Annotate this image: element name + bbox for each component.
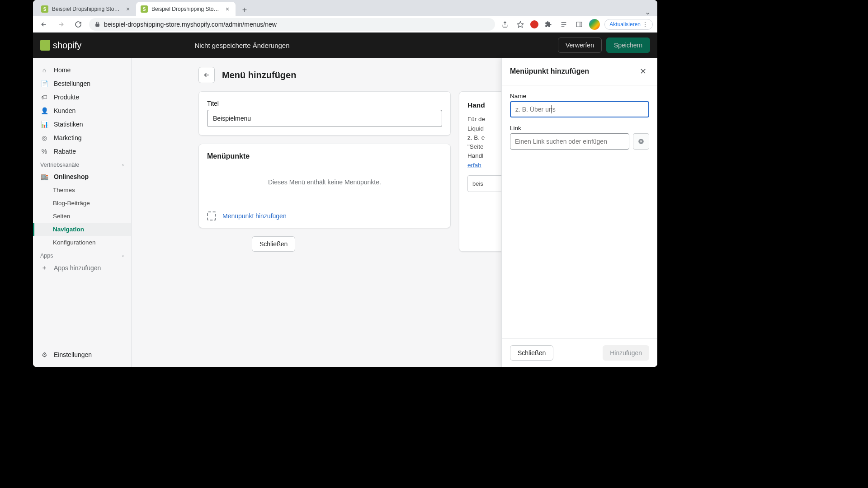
panel-close-footer-button[interactable]: Schließen [510,345,553,361]
browser-tabbar: S Beispiel Dropshipping Store · D × S Be… [33,0,657,16]
nav-navigation[interactable]: Navigation [33,223,131,236]
menupoints-card: Menüpunkte Dieses Menü enthält keine Men… [198,144,451,228]
lock-icon [94,21,100,27]
close-tab-icon[interactable]: × [124,5,132,13]
menupoints-heading: Menüpunkte [199,144,450,160]
page-close-button[interactable]: Schließen [252,236,295,252]
orders-icon: 📄 [40,80,48,87]
star-icon[interactable] [515,19,526,30]
discard-button[interactable]: Verwerfen [558,38,602,53]
target-icon: ◎ [40,134,48,141]
clear-link-button[interactable] [633,133,649,150]
nav-orders[interactable]: 📄Bestellungen [33,77,131,90]
shopify-bag-icon [40,40,50,51]
extensions-icon[interactable] [543,19,554,30]
page-title: Menü hinzufügen [222,70,296,80]
nav-themes[interactable]: Themes [33,183,131,197]
shopify-favicon-icon: S [41,5,48,13]
close-tab-icon[interactable]: × [224,5,231,13]
dashed-square-icon [207,211,216,221]
channels-header: Vertriebskanäle› [33,158,131,170]
profile-avatar[interactable] [589,19,600,30]
list-icon[interactable] [558,19,569,30]
extension-badge-icon[interactable] [530,20,538,28]
nav-products[interactable]: 🏷Produkte [33,90,131,104]
nav-onlineshop[interactable]: 🏬Onlineshop [33,170,131,183]
shopify-favicon-icon: S [141,5,148,13]
menu-dots-icon[interactable]: ⋮ [642,21,648,28]
reload-icon[interactable] [72,18,85,31]
add-menuitem-panel: Menüpunkt hinzufügen ✕ Name Link Schließ… [501,58,657,367]
plus-icon: ＋ [40,264,48,272]
update-label: Aktualisieren [609,21,641,28]
browser-tab-active[interactable]: S Beispiel Dropshipping Store · N × [136,2,236,16]
browser-urlbar: beispiel-dropshipping-store.myshopify.co… [33,16,657,33]
brand-text: shopify [53,40,81,51]
title-field-label: Titel [207,100,442,107]
nav-home[interactable]: ⌂Home [33,63,131,77]
tag-icon: 🏷 [40,94,48,101]
menuitem-link-input[interactable] [510,133,629,150]
tabs-caret-icon[interactable]: ⌄ [641,8,654,16]
chevron-right-icon[interactable]: › [122,162,124,168]
nav-settings[interactable]: ⚙Einstellungen [33,348,131,361]
menuitem-name-input[interactable] [510,101,649,117]
browser-tab[interactable]: S Beispiel Dropshipping Store · D × [37,2,136,16]
tab-title: Beispiel Dropshipping Store · N [151,6,220,12]
panel-add-button[interactable]: Hinzufügen [603,345,649,361]
chart-icon: 📊 [40,121,48,128]
panel-title: Menüpunkt hinzufügen [510,67,589,75]
tab-title: Beispiel Dropshipping Store · D [52,6,121,12]
text-cursor-icon [552,105,552,113]
shopify-topbar: shopify Nicht gespeicherte Änderungen Ve… [33,33,657,58]
unsaved-changes-text: Nicht gespeicherte Änderungen [194,42,289,49]
page-back-button[interactable] [198,67,215,83]
nav-discounts[interactable]: %Rabatte [33,145,131,158]
nav-config[interactable]: Konfigurationen [33,236,131,249]
back-icon[interactable] [38,18,50,31]
nav-marketing[interactable]: ◎Marketing [33,131,131,145]
forward-icon [55,18,67,31]
shopify-logo[interactable]: shopify [40,40,81,51]
home-icon: ⌂ [40,66,48,74]
menu-title-input[interactable] [207,110,442,127]
svg-rect-0 [576,22,582,27]
url-text: beispiel-dropshipping-store.myshopify.co… [104,21,277,28]
handle-learn-link[interactable]: erfah [467,162,481,169]
title-card: Titel [198,91,451,136]
gear-icon: ⚙ [40,351,48,358]
panel-icon[interactable] [574,19,585,30]
add-menupoint-button[interactable]: Menüpunkt hinzufügen [199,204,450,228]
nav-analytics[interactable]: 📊Statistiken [33,117,131,131]
name-field-label: Name [510,93,649,99]
person-icon: 👤 [40,107,48,114]
panel-close-button[interactable]: ✕ [637,65,649,78]
new-tab-button[interactable]: + [238,4,251,16]
store-icon: 🏬 [40,173,48,180]
add-menupoint-label: Menüpunkt hinzufügen [222,212,287,220]
share-icon[interactable] [500,19,510,30]
menupoints-empty-text: Dieses Menü enthält keine Menüpunkte. [199,160,450,204]
address-bar[interactable]: beispiel-dropshipping-store.myshopify.co… [89,18,495,31]
save-button[interactable]: Speichern [606,38,650,53]
apps-header: Apps› [33,249,131,261]
nav-add-apps[interactable]: ＋Apps hinzufügen [33,261,131,275]
nav-customers[interactable]: 👤Kunden [33,104,131,117]
update-button[interactable]: Aktualisieren ⋮ [604,19,653,30]
sidebar: ⌂Home 📄Bestellungen 🏷Produkte 👤Kunden 📊S… [33,58,132,367]
chevron-right-icon[interactable]: › [122,253,124,259]
nav-pages[interactable]: Seiten [33,210,131,223]
nav-blogs[interactable]: Blog-Beiträge [33,197,131,210]
percent-icon: % [40,148,48,155]
link-field-label: Link [510,125,649,131]
